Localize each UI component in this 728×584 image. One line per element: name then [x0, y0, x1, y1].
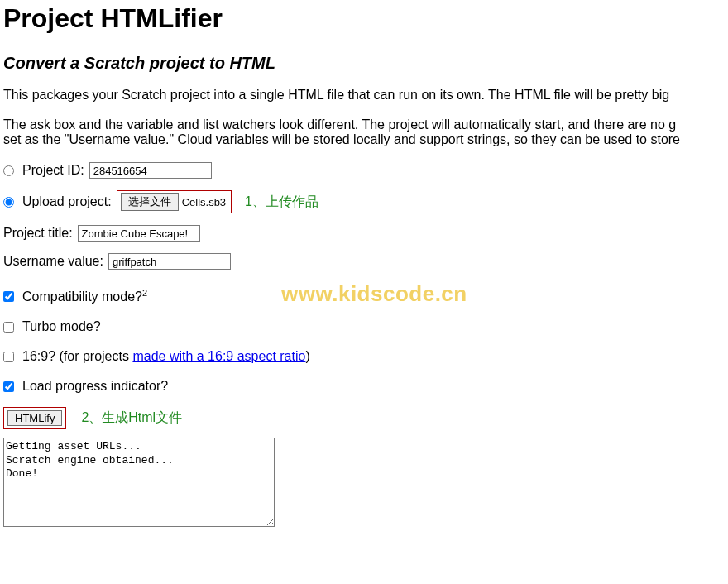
ratio-checkbox[interactable]: [3, 352, 14, 362]
description-2a: The ask box and the variable and list wa…: [3, 117, 728, 132]
ratio-row: 16:9? (for projects made with a 16:9 asp…: [3, 349, 728, 364]
aspect-ratio-link[interactable]: made with a 16:9 aspect ratio: [132, 349, 305, 363]
progress-row: Load progress indicator?: [3, 379, 728, 394]
upload-row: Upload project: 选择文件 Cells.sb3 1、上传作品: [3, 190, 728, 213]
project-id-input[interactable]: [89, 162, 212, 179]
project-id-radio[interactable]: [3, 165, 14, 176]
project-id-row: Project ID:: [3, 162, 728, 179]
compat-checkbox[interactable]: [3, 291, 14, 302]
compat-row: Compatibility mode?2: [3, 288, 728, 304]
log-output[interactable]: Getting asset URLs... Scratch engine obt…: [3, 438, 275, 527]
turbo-row: Turbo mode?: [3, 319, 728, 334]
username-label: Username value:: [3, 254, 103, 269]
uploaded-filename: Cells.sb3: [182, 196, 226, 208]
page-subtitle: Convert a Scratch project to HTML: [3, 54, 728, 73]
page-title: Project HTMLifier: [3, 3, 728, 34]
project-id-label: Project ID:: [22, 163, 84, 178]
action-row: HTMLify 2、生成Html文件: [3, 407, 728, 429]
upload-label: Upload project:: [22, 194, 112, 209]
htmlify-annotation: 2、生成Html文件: [81, 409, 182, 427]
upload-radio[interactable]: [3, 197, 14, 208]
choose-file-button[interactable]: 选择文件: [121, 193, 179, 211]
htmlify-highlight-box: HTMLify: [3, 407, 66, 429]
turbo-checkbox[interactable]: [3, 322, 14, 333]
progress-checkbox[interactable]: [3, 381, 14, 392]
compat-label: Compatibility mode?2: [22, 288, 147, 304]
progress-label: Load progress indicator?: [22, 379, 168, 394]
upload-highlight-box: 选择文件 Cells.sb3: [117, 190, 232, 213]
title-row: Project title:: [3, 225, 728, 242]
turbo-label: Turbo mode?: [22, 319, 101, 334]
upload-annotation: 1、上传作品: [245, 194, 318, 211]
description-2b: set as the "Username value." Cloud varia…: [3, 132, 728, 147]
username-row: Username value:: [3, 253, 728, 270]
project-title-input[interactable]: [78, 225, 200, 242]
description-1: This packages your Scratch project into …: [3, 88, 728, 103]
htmlify-button[interactable]: HTMLify: [7, 410, 62, 426]
title-label: Project title:: [3, 226, 73, 241]
ratio-label: 16:9? (for projects made with a 16:9 asp…: [22, 349, 310, 364]
username-input[interactable]: [108, 253, 231, 270]
